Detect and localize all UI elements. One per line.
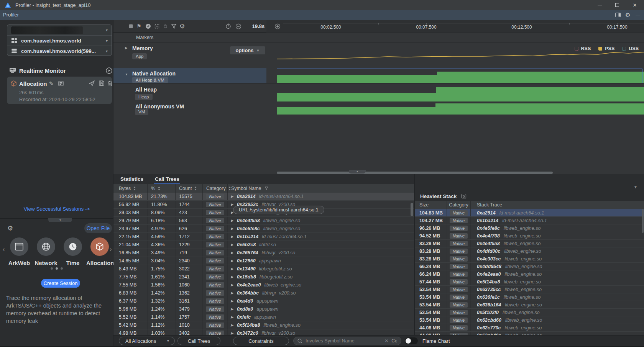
stats-table-row[interactable]: 6.37 MB 1.32% 3161 Native ▶0xa4d0appspaw… — [113, 297, 414, 305]
view-successful-sessions-link[interactable]: View Successful Sessions -> — [0, 206, 113, 212]
stats-vertical-scrollbar[interactable] — [411, 203, 413, 216]
expand-chevron-icon[interactable]: ▶ — [231, 323, 233, 327]
session-settings-gear-icon[interactable]: ⚙ — [7, 225, 14, 232]
stats-table-row[interactable]: 23.97 MB 4.97% 626 Native ▶0x4e5fe8clibw… — [113, 225, 414, 233]
expand-chevron-icon[interactable]: ▶ — [231, 203, 233, 206]
column-header-category[interactable]: Category — [203, 184, 228, 193]
timer-icon[interactable] — [225, 23, 231, 29]
flame-chart-toggle[interactable] — [405, 337, 418, 344]
stats-table-row[interactable]: 6.83 MB 1.42% 1362 Native ▶0x364bbclibhv… — [113, 289, 414, 297]
search-input[interactable] — [306, 338, 381, 344]
anonymous-vm-track[interactable]: All Anonymous VM VM — [113, 102, 644, 115]
heaviest-table-row[interactable]: 57.44 MB Native 0x5f14ba8libweb_engine.s… — [415, 278, 644, 286]
carousel-next-icon[interactable]: › — [110, 246, 112, 253]
create-session-button[interactable]: Create Session — [41, 279, 80, 288]
record-session-icon[interactable] — [106, 67, 112, 74]
heaviest-table-row[interactable]: 44.08 MB Native 0x62c770clibweb_engine.s… — [415, 324, 644, 332]
session-type-network[interactable]: Network — [33, 237, 59, 266]
stop-icon[interactable] — [128, 23, 134, 29]
expand-chevron-icon[interactable]: ▶ — [231, 331, 233, 335]
collapse-panel-icon[interactable] — [636, 12, 642, 18]
app-selector[interactable]: com.huawei.hmos.world ▾ — [7, 35, 112, 46]
expand-chevron-icon[interactable]: ▶ — [231, 291, 233, 295]
stats-table-row[interactable]: 21.04 MB 4.36% 1229 Native ▶0x5b2c8libff… — [113, 241, 414, 249]
markers-track[interactable]: Markers — [113, 33, 644, 42]
launch-rocket-icon[interactable] — [89, 80, 95, 86]
stats-table-row[interactable]: 7.55 MB 1.56% 1060 Native ▶0x4e2eae0libw… — [113, 281, 414, 289]
close-button[interactable]: ✕ — [626, 0, 644, 10]
stats-table-row[interactable]: 5.52 MB 1.14% 1757 Native ▶0xfefcappspaw… — [113, 313, 414, 321]
session-details-icon[interactable] — [58, 81, 64, 86]
heaviest-table-row[interactable]: 53.54 MB Native 0x63735cclibweb_engine.s… — [415, 286, 644, 293]
heaviest-table-row[interactable]: 53.54 MB Native 0x636b164libweb_engine.s… — [415, 301, 644, 309]
expand-chevron-icon[interactable]: ▶ — [231, 315, 233, 319]
legend-checkbox[interactable]: RSS — [575, 46, 591, 51]
column-header-bytes[interactable]: Bytes — [113, 184, 148, 193]
expand-chevron-icon[interactable]: ▶ — [231, 235, 233, 239]
process-selector[interactable]: com.huawei.hmos.world(599... ▾ — [7, 46, 112, 56]
expand-chevron-icon[interactable]: ▶ — [231, 283, 233, 287]
heaviest-table-row[interactable]: 96.26 MB Native 0x4e5fe8clibweb_engine.s… — [415, 224, 644, 232]
stats-table-row[interactable]: 8.43 MB 1.75% 3022 Native ▶0x13490libbeg… — [113, 265, 414, 273]
clear-search-icon[interactable]: ✕ — [384, 338, 388, 344]
expand-chevron-icon[interactable]: ▶ — [231, 251, 233, 255]
layout-panel-icon[interactable] — [615, 12, 621, 18]
expand-chevron-icon[interactable]: ▶ — [231, 275, 233, 279]
column-header-stack-trace[interactable]: Stack Trace — [471, 201, 644, 209]
stats-table-row[interactable]: 7.75 MB 1.61% 2341 Native ▶0x15db8libbeg… — [113, 273, 414, 281]
chevron-down-icon[interactable]: ▼ — [634, 185, 637, 189]
heaviest-table-row[interactable]: 94.52 MB Native 0x4e4f708libweb_engine.s… — [415, 232, 644, 240]
match-case-toggle[interactable]: Cc — [391, 338, 397, 344]
all-heap-track[interactable]: All Heap Heap — [113, 83, 644, 102]
edit-pencil-icon[interactable]: ✎ — [49, 80, 54, 87]
tab[interactable]: Statistics — [120, 175, 144, 184]
stats-table-row[interactable]: 5.96 MB 1.24% 3479 Native ▶0xd8a0appspaw… — [113, 305, 414, 313]
timeline-settings-gear-icon[interactable]: ⚙ — [179, 23, 185, 29]
zoom-out-icon[interactable] — [235, 23, 242, 29]
chart-collapse-handle[interactable]: ▼ — [349, 170, 366, 174]
heaviest-table-row[interactable]: 83.28 MB Native 0x4e303cclibweb_engine.s… — [415, 255, 644, 263]
expand-chevron-icon[interactable]: ▶ — [231, 259, 233, 263]
heaviest-table-row[interactable]: 53.54 MB Native 0x5f102f0libweb_engine.s… — [415, 309, 644, 316]
filter-funnel-icon[interactable] — [171, 23, 177, 29]
collapse-chevron-icon[interactable]: ▼ — [125, 73, 128, 76]
heaviest-table-row[interactable]: 66.24 MB Native 0x4e2eae0libweb_engine.s… — [415, 270, 644, 278]
timeline-ruler[interactable]: 00:02.50000:07.50000:12.50000:17.500 — [266, 20, 644, 33]
stats-table-row[interactable]: 14.65 MB 3.04% 2340 Native ▶0x12950appsp… — [113, 257, 414, 265]
heaviest-vertical-scrollbar[interactable] — [642, 209, 644, 233]
constraints-button[interactable]: Constraints — [233, 337, 289, 345]
heaviest-table-row[interactable]: 53.54 MB Native 0x636fe1clibweb_engine.s… — [415, 293, 644, 301]
expand-chevron-icon[interactable]: ▶ — [231, 195, 233, 198]
navigate-compass-icon[interactable] — [145, 23, 151, 29]
collapse-handle[interactable]: ▾ — [48, 218, 72, 222]
expand-chevron-icon[interactable]: ▶ — [231, 299, 233, 303]
expand-chevron-icon[interactable]: ▶ — [231, 219, 233, 223]
memory-options-dropdown[interactable]: options▼ — [230, 46, 265, 54]
heaviest-table-row[interactable]: 104.27 MB Native 0x1ba214ld-musl-aarch64… — [415, 217, 644, 224]
legend-checkbox[interactable]: PSS — [598, 46, 614, 51]
heaviest-table-row[interactable]: 83.28 MB Native 0x4e4f5a8libweb_engine.s… — [415, 240, 644, 247]
carousel-prev-icon[interactable]: ‹ — [3, 246, 5, 253]
allocation-chart[interactable] — [266, 68, 644, 83]
stats-table-row[interactable]: 29.79 MB 6.18% 563 Native ▶0x4e4f5a8libw… — [113, 217, 414, 225]
maximize-button[interactable] — [608, 0, 626, 10]
session-type-allocation[interactable]: Allocation — [86, 237, 113, 266]
column-header-size[interactable]: Size — [415, 201, 447, 209]
heaviest-table-row[interactable]: 44.08 MB Native 0x62cb40clibweb_engine.s… — [415, 332, 644, 335]
flag-marker-icon[interactable]: ⚑ — [136, 23, 142, 29]
call-trees-button[interactable]: Call Trees — [177, 337, 220, 345]
memory-track[interactable]: ▶ Memory App options▼ RSSPSSUSS — [113, 42, 644, 68]
open-file-button[interactable]: Open File — [84, 223, 112, 233]
export-stack-icon[interactable] — [461, 193, 467, 199]
memory-chart[interactable]: RSSPSSUSS — [266, 43, 644, 68]
filter-funnel-icon[interactable] — [264, 187, 268, 190]
delete-trash-icon[interactable] — [108, 80, 113, 86]
stats-table-row[interactable]: 104.83 MB 21.73% 15575 Native ▶0xa2914ld… — [113, 193, 414, 201]
allocation-chart[interactable] — [266, 102, 644, 115]
expand-chevron-icon[interactable]: ▶ — [231, 267, 233, 271]
session-type-time[interactable]: Time — [59, 237, 86, 266]
heaviest-table-row[interactable]: 104.83 MB Native 0xa2914ld-musl-aarch64.… — [415, 209, 644, 217]
legend-checkbox[interactable]: USS — [622, 46, 639, 51]
save-session-icon[interactable] — [99, 80, 104, 86]
stats-table-row[interactable]: 22.15 MB 4.59% 1712 Native ▶0x1ba214ld-m… — [113, 233, 414, 241]
